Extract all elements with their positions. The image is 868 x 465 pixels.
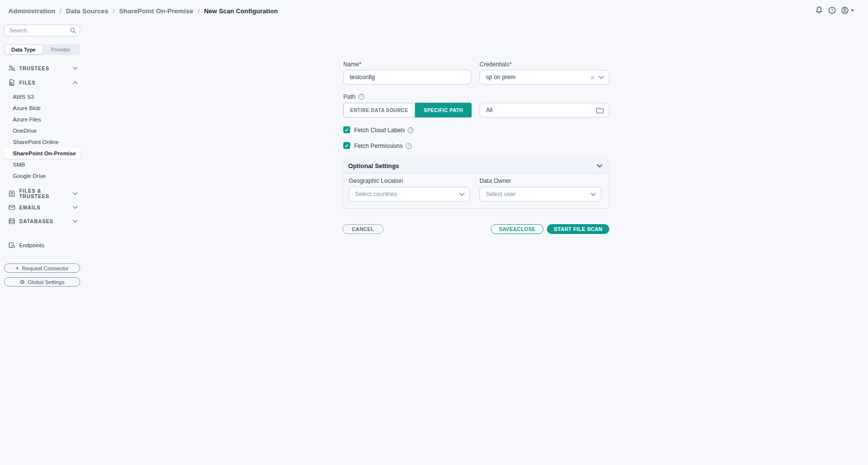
search-input[interactable] xyxy=(4,25,80,36)
name-input[interactable] xyxy=(343,70,471,85)
credentials-label: Credentials* xyxy=(479,61,511,68)
fetch-permissions-help-icon[interactable]: ? xyxy=(406,143,412,149)
path-value: All xyxy=(486,107,492,114)
breadcrumb-separator: / xyxy=(198,7,200,15)
sidebar-section-files-trustees[interactable]: FILES & TRUSTEES xyxy=(4,188,80,200)
sidebar-tabgroup: Data Type Provider xyxy=(4,44,80,55)
name-label: Name* xyxy=(343,61,361,68)
chevron-down-icon[interactable] xyxy=(599,76,604,79)
breadcrumb-link-sharepoint-on-premise[interactable]: SharePoint On-Premise xyxy=(119,7,193,15)
search-icon xyxy=(70,28,76,34)
sidebar-item-smb[interactable]: SMB xyxy=(4,159,80,170)
sidebar-section-files[interactable]: FILES xyxy=(4,77,80,88)
sidebar-item-azure-files[interactable]: Azure Files xyxy=(4,114,80,125)
fetch-cloud-labels-label: Fetch Cloud Labels xyxy=(354,127,405,134)
caret-down-icon xyxy=(851,9,854,12)
sidebar-item-azure-blob[interactable]: Azure Blob xyxy=(4,102,80,114)
chevron-down-icon xyxy=(73,220,78,223)
path-label-row: Path ? xyxy=(343,93,364,100)
cancel-button[interactable]: CANCEL xyxy=(342,224,384,234)
chevron-down-icon xyxy=(597,164,602,168)
check-icon: ✓ xyxy=(345,143,349,148)
sidebar-item-onedrive[interactable]: OneDrive xyxy=(4,125,80,136)
specific-path-option[interactable]: SPECIFIC PATH xyxy=(415,103,472,117)
save-close-button[interactable]: SAVE&CLOSE xyxy=(491,224,543,234)
user-icon xyxy=(841,6,849,14)
global-settings-button[interactable]: ⚙ Global Settings xyxy=(4,277,80,287)
sidebar-item-google-drive[interactable]: Google Drive xyxy=(4,170,80,181)
sidebar-section-label: FILES xyxy=(19,80,35,86)
topbar-actions: ? xyxy=(815,6,854,15)
gear-icon: ⚙ xyxy=(20,279,25,285)
data-owner-placeholder: Select user xyxy=(486,191,515,198)
sidebar-section-label: TRUSTEES xyxy=(19,66,49,71)
fetch-permissions-checkbox[interactable]: ✓ xyxy=(343,142,350,149)
bell-icon[interactable] xyxy=(815,6,823,15)
chevron-down-icon xyxy=(591,193,596,196)
breadcrumb-separator: / xyxy=(113,7,115,15)
path-input[interactable]: All xyxy=(479,103,609,117)
geographic-location-select[interactable]: Select countries xyxy=(349,187,470,202)
sidebar-section-trustees[interactable]: TRUSTEES xyxy=(4,62,80,74)
sidebar-item-endpoints[interactable]: Endpoints xyxy=(4,239,80,251)
credentials-value: sp on prem xyxy=(486,74,515,81)
trustees-icon xyxy=(8,65,15,72)
sidebar-section-label: FILES & TRUSTEES xyxy=(19,188,69,199)
fetch-cloud-labels-help-icon[interactable]: ? xyxy=(408,127,414,133)
page-title: New Scan Configuration xyxy=(204,7,278,15)
fetch-permissions-label: Fetch Permissions xyxy=(354,143,403,149)
endpoints-icon xyxy=(8,242,15,249)
help-icon[interactable]: ? xyxy=(828,6,836,14)
credentials-select[interactable]: sp on prem × xyxy=(479,70,609,85)
fetch-permissions-row: Fetch Permissions ? xyxy=(354,143,412,149)
path-help-icon[interactable]: ? xyxy=(359,94,364,100)
sidebar: Data Type Provider TRUSTEES FILES AWS S3 xyxy=(4,0,80,465)
svg-text:?: ? xyxy=(831,8,834,13)
data-owner-select[interactable]: Select user xyxy=(479,187,601,202)
sidebar-section-label: DATABASES xyxy=(19,219,54,224)
data-owner-label: Data Owner xyxy=(479,177,511,184)
sidebar-item-label: Endpoints xyxy=(19,242,44,248)
sidebar-item-aws-s3[interactable]: AWS S3 xyxy=(4,91,80,102)
path-scope-toggle: ENTIRE DATA SOURCE SPECIFIC PATH xyxy=(343,103,472,117)
emails-icon xyxy=(8,204,15,211)
fetch-cloud-labels-row: Fetch Cloud Labels ? xyxy=(354,127,414,134)
tab-data-type[interactable]: Data Type xyxy=(5,45,42,54)
files-trustees-icon xyxy=(8,190,15,197)
geographic-location-placeholder: Select countries xyxy=(355,191,397,198)
chevron-up-icon xyxy=(73,81,78,84)
sidebar-section-label: EMAILS xyxy=(19,205,41,210)
chevron-down-icon xyxy=(459,193,465,196)
folder-icon[interactable] xyxy=(596,107,604,114)
databases-icon xyxy=(8,218,15,225)
clear-icon[interactable]: × xyxy=(590,74,595,81)
sidebar-search xyxy=(4,25,80,36)
path-label: Path xyxy=(343,93,356,100)
entire-data-source-option[interactable]: ENTIRE DATA SOURCE xyxy=(343,103,415,117)
sidebar-section-emails[interactable]: EMAILS xyxy=(4,202,80,213)
sidebar-item-sharepoint-online[interactable]: SharePoint Online xyxy=(4,136,80,147)
tab-provider[interactable]: Provider xyxy=(42,45,80,54)
sidebar-item-sharepoint-on-premise[interactable]: SharePoint On-Premise xyxy=(4,147,80,159)
check-icon: ✓ xyxy=(345,127,349,133)
start-file-scan-button[interactable]: START FILE SCAN xyxy=(547,224,609,234)
request-connector-label: Request Connector xyxy=(22,265,69,271)
fetch-cloud-labels-checkbox[interactable]: ✓ xyxy=(343,126,350,133)
plus-icon: + xyxy=(16,265,19,271)
files-icon xyxy=(8,79,15,86)
request-connector-button[interactable]: + Request Connector xyxy=(4,263,80,273)
global-settings-label: Global Settings xyxy=(28,279,65,285)
chevron-down-icon xyxy=(73,67,78,70)
optional-settings-header[interactable]: Optional Settings xyxy=(342,159,609,173)
chevron-down-icon xyxy=(73,192,78,195)
page: Administration / Data Sources / SharePoi… xyxy=(0,0,868,465)
chevron-down-icon xyxy=(73,206,78,209)
geographic-location-label: Geographic Location xyxy=(349,177,403,184)
user-menu[interactable] xyxy=(841,6,854,14)
optional-settings-title: Optional Settings xyxy=(348,163,399,170)
sidebar-section-databases[interactable]: DATABASES xyxy=(4,215,80,227)
